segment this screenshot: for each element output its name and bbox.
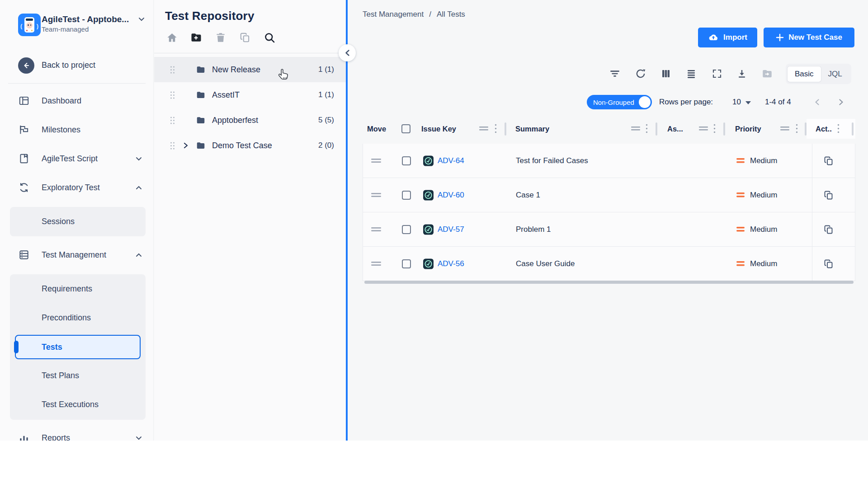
row-checkbox[interactable] (402, 191, 411, 200)
breadcrumb-current[interactable]: All Tests (437, 10, 465, 19)
folder-row-demo-test-case[interactable]: Demo Test Case 2 (0) (154, 133, 346, 158)
row-drag-handle[interactable] (371, 262, 381, 266)
sidebar-item-label: Tests (42, 343, 62, 352)
bottom-band (0, 441, 868, 488)
collapse-panel-button[interactable] (339, 44, 356, 61)
sidebar-item-test-management[interactable]: Test Management (0, 244, 154, 265)
rows-per-page-caret-icon[interactable] (745, 101, 751, 104)
sidebar-item-tests-selected[interactable]: Tests (15, 335, 141, 359)
table-header: Move Issue Key Summary As... Priority Ac… (363, 119, 855, 139)
column-menu-icon[interactable] (646, 124, 648, 133)
move-to-folder-icon[interactable] (759, 66, 775, 82)
table-row: ADV-57 Problem 1 Medium (363, 212, 855, 247)
column-resize-handle[interactable] (479, 127, 488, 131)
sidebar-item-agiletest-script[interactable]: AgileTest Script (0, 148, 154, 169)
repo-toolbar (165, 31, 276, 44)
trash-icon[interactable] (214, 31, 227, 44)
new-test-case-button[interactable]: New Test Case (764, 28, 854, 47)
column-menu-icon[interactable] (796, 124, 798, 133)
sidebar-item-label: Exploratory Test (42, 183, 100, 192)
sidebar-item-label: Milestones (42, 125, 80, 135)
row-drag-handle[interactable] (371, 159, 381, 163)
breadcrumb-separator: / (429, 10, 431, 19)
sidebar-item-preconditions[interactable]: Preconditions (10, 308, 146, 328)
clone-icon[interactable] (823, 224, 834, 235)
sidebar-divider (8, 83, 146, 84)
issue-key-link[interactable]: ADV-56 (438, 259, 464, 268)
folder-name: AssetIT (212, 90, 240, 100)
column-menu-icon[interactable] (495, 124, 497, 133)
drag-handle-icon[interactable] (170, 91, 175, 99)
chevron-up-icon[interactable] (136, 253, 142, 257)
chevron-down-icon[interactable] (136, 436, 142, 440)
sidebar-item-milestones[interactable]: Milestones (0, 119, 154, 140)
copy-icon[interactable] (238, 31, 252, 44)
chevron-down-icon[interactable] (138, 17, 145, 21)
column-resize-handle[interactable] (780, 127, 789, 131)
column-resize-handle[interactable] (699, 127, 708, 131)
sessions-group: Sessions (10, 207, 146, 236)
row-drag-handle[interactable] (371, 227, 381, 232)
folder-row-apptoberfest[interactable]: Apptoberfest 5 (5) (154, 108, 346, 133)
refresh-icon[interactable] (632, 66, 649, 82)
column-header-move: Move (367, 119, 386, 139)
folder-tree: New Release 1 (1) AssetIT 1 (1) Apptober (154, 57, 346, 158)
prev-page-button[interactable] (809, 94, 825, 110)
back-to-project[interactable]: Back to project (0, 55, 154, 77)
import-button[interactable]: Import (698, 28, 757, 47)
select-all-checkbox[interactable] (401, 124, 410, 133)
sidebar-item-test-executions[interactable]: Test Executions (10, 394, 146, 414)
drag-handle-icon[interactable] (170, 66, 175, 74)
sidebar-item-label: Test Plans (42, 371, 79, 380)
selected-notch (14, 341, 19, 353)
search-icon[interactable] (263, 31, 276, 44)
columns-icon[interactable] (658, 66, 674, 82)
sidebar-item-test-plans[interactable]: Test Plans (10, 366, 146, 385)
project-switcher[interactable]: ( ) AgileTest - Apptobe... Team-managed (0, 11, 154, 45)
folder-icon (196, 90, 206, 100)
export-icon[interactable] (734, 66, 750, 82)
column-header-summary: Summary (515, 119, 549, 139)
horizontal-scrollbar[interactable] (364, 281, 854, 284)
row-checkbox[interactable] (402, 225, 411, 234)
breadcrumb-parent[interactable]: Test Management (363, 10, 424, 19)
issue-key-link[interactable]: ADV-60 (438, 191, 464, 200)
sidebar-item-dashboard[interactable]: Dashboard (0, 90, 154, 111)
folder-count: 1 (1) (318, 90, 334, 99)
home-icon[interactable] (165, 31, 179, 44)
basic-mode-tab[interactable]: Basic (788, 66, 821, 82)
summary-text: Problem 1 (516, 225, 551, 234)
issue-key-link[interactable]: ADV-57 (438, 225, 464, 234)
non-grouped-toggle[interactable]: Non-Grouped (587, 95, 652, 109)
row-checkbox[interactable] (402, 259, 411, 268)
column-resize-handle[interactable] (631, 127, 640, 131)
sidebar-item-requirements[interactable]: Requirements (10, 279, 146, 299)
expand-chevron-icon[interactable] (175, 142, 196, 149)
project-subtitle: Team-managed (42, 25, 89, 33)
clone-icon[interactable] (823, 190, 834, 201)
clone-icon[interactable] (823, 155, 834, 166)
back-to-project-label: Back to project (42, 61, 95, 70)
folder-row-assetit[interactable]: AssetIT 1 (1) (154, 82, 346, 108)
row-drag-handle[interactable] (371, 193, 381, 197)
fullscreen-icon[interactable] (709, 66, 725, 82)
chevron-down-icon[interactable] (136, 157, 142, 161)
column-menu-icon[interactable] (837, 124, 840, 133)
clone-icon[interactable] (823, 258, 834, 269)
add-folder-icon[interactable] (189, 31, 203, 44)
filter-icon[interactable] (607, 66, 623, 82)
chevron-up-icon[interactable] (136, 186, 142, 190)
jql-mode-tab[interactable]: JQL (821, 66, 849, 82)
drag-handle-icon[interactable] (170, 116, 175, 125)
row-checkbox[interactable] (402, 156, 411, 165)
sidebar-item-exploratory-test[interactable]: Exploratory Test (0, 177, 154, 198)
folder-row-new-release[interactable]: New Release 1 (1) (154, 57, 346, 82)
row-density-icon[interactable] (683, 66, 699, 82)
drag-handle-icon[interactable] (170, 141, 175, 150)
next-page-button[interactable] (833, 94, 849, 110)
sidebar-item-sessions[interactable]: Sessions (10, 211, 146, 231)
column-menu-icon[interactable] (713, 124, 716, 133)
issue-key-link[interactable]: ADV-64 (438, 156, 464, 165)
milestones-icon (18, 124, 30, 136)
rows-per-page-value[interactable]: 10 (732, 98, 741, 107)
